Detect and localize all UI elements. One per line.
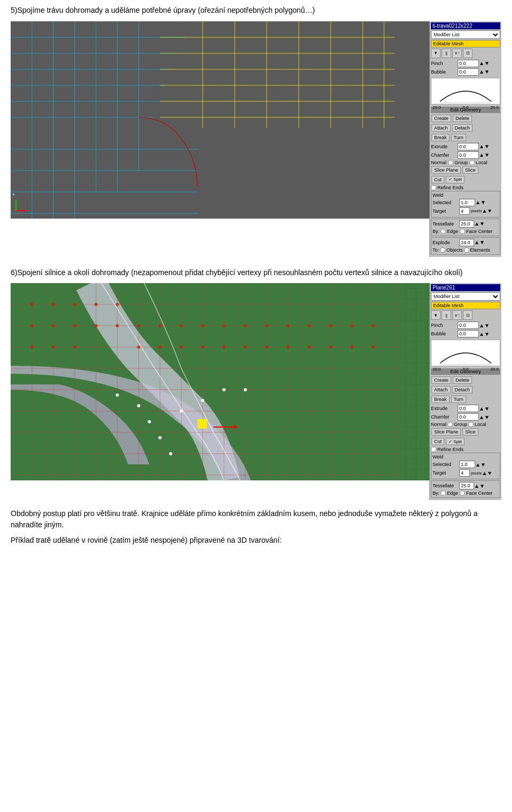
slice-btn-1[interactable]: Slice — [462, 166, 478, 174]
chart-left-2: 20.0 — [433, 367, 441, 372]
icon-btn-1[interactable]: ▼ — [431, 49, 441, 58]
viewport-container-2: Plane261 Modifier List Editable Mesh · ▼… — [11, 283, 501, 500]
icon-btn-2-1[interactable]: ▼ — [431, 310, 441, 320]
create-btn-1[interactable]: Create — [431, 115, 451, 122]
edge-radio-2[interactable] — [441, 491, 446, 496]
selected-row-1: Selected ▲▼ — [433, 199, 499, 206]
svg-point-69 — [30, 324, 34, 327]
extrude-input-2[interactable] — [458, 405, 479, 412]
svg-point-81 — [222, 324, 226, 327]
svg-point-95 — [265, 345, 268, 349]
bubble-input-1[interactable] — [458, 68, 479, 76]
tessellate-section-2: Tessellate ▲▼ By: Edge Face Center — [431, 480, 500, 498]
face-center-radio-2[interactable] — [460, 491, 465, 496]
slice-plane-btn-2[interactable]: Slice Plane — [431, 428, 461, 436]
extrude-input-1[interactable] — [458, 143, 479, 150]
bubble-row-2: Bubble ▲▼ — [431, 330, 500, 337]
icon-btn-2-4[interactable]: ⊡ — [463, 310, 473, 320]
edge-radio-1[interactable] — [441, 229, 446, 234]
svg-point-99 — [350, 345, 354, 349]
target-input-1[interactable] — [459, 207, 470, 215]
tessellate-input-1[interactable] — [459, 220, 474, 228]
chart-right-2: 20.0 — [490, 367, 499, 372]
svg-point-74 — [30, 345, 34, 349]
viewport-grass-road[interactable] — [11, 283, 429, 480]
to-objects-row-1: To: Objects Elements — [433, 247, 499, 253]
break-btn-1[interactable]: Break — [431, 134, 450, 141]
refine-ends-row-1: Refine Ends — [431, 185, 500, 190]
bubble-row-1: Bubble ▲▼ — [431, 68, 500, 76]
chamfer-input-1[interactable] — [458, 151, 479, 159]
svg-point-108 — [222, 388, 226, 391]
turn-btn-1[interactable]: Turn — [451, 134, 466, 141]
svg-point-104 — [158, 436, 162, 439]
svg-point-73 — [116, 324, 119, 327]
delete-btn-1[interactable]: Delete — [453, 115, 472, 122]
cut-btn-2[interactable]: Cut — [431, 438, 444, 445]
extrude-row-1: Extrude ▲▼ — [431, 143, 500, 150]
target-input-2[interactable] — [459, 469, 470, 477]
side-panel-1: ti-trava0212x222 Modifier List Editable … — [429, 21, 501, 257]
chart-right-1: 20.0 — [490, 105, 499, 110]
create-btn-2[interactable]: Create — [431, 376, 451, 384]
svg-point-83 — [265, 324, 268, 327]
selected-input-2[interactable] — [459, 461, 475, 468]
slice-plane-btn-1[interactable]: Slice Plane — [431, 166, 461, 174]
object-name-1: ti-trava0212x222 — [431, 22, 500, 29]
chamfer-input-2[interactable] — [458, 413, 479, 421]
face-center-radio-1[interactable] — [460, 229, 465, 234]
body-text-2: Příklad tratě udělané v rovině (zatím je… — [11, 535, 501, 546]
tessellate-input-2[interactable] — [459, 482, 474, 489]
selected-input-1[interactable] — [459, 199, 475, 206]
svg-point-107 — [201, 399, 204, 402]
icon-btn-2-2[interactable]: || — [442, 310, 451, 320]
slice-btn-2[interactable]: Slice — [462, 428, 478, 436]
svg-point-96 — [286, 345, 290, 349]
bubble-input-2[interactable] — [458, 330, 479, 337]
chamfer-row-2: Chamfer ▲▼ — [431, 413, 500, 421]
modifier-list-dropdown-1[interactable]: Modifier List — [431, 30, 500, 39]
group-radio-2[interactable] — [447, 422, 453, 427]
delete-btn-2[interactable]: Delete — [453, 376, 472, 384]
local-radio-1[interactable] — [469, 160, 475, 165]
viewport-3d-1[interactable]: + — [11, 21, 429, 219]
split-btn-2[interactable]: ✓ Split — [446, 438, 465, 445]
svg-point-76 — [73, 345, 76, 349]
refine-ends-check-1[interactable] — [431, 185, 436, 190]
pinch-input-1[interactable] — [458, 60, 479, 67]
explode-section-1: Explode ▲▼ To: Objects Elements — [431, 237, 500, 255]
svg-point-79 — [180, 324, 183, 327]
svg-point-78 — [158, 324, 162, 327]
svg-rect-0 — [11, 21, 400, 219]
attach-btn-2[interactable]: Attach — [431, 386, 451, 393]
attach-btn-1[interactable]: Attach — [431, 124, 451, 132]
by-edge-row-1: By: Edge Face Center — [433, 229, 499, 234]
local-radio-2[interactable] — [468, 422, 474, 427]
objects-radio-1[interactable] — [440, 247, 445, 253]
explode-input-1[interactable] — [459, 239, 474, 246]
icon-btn-4[interactable]: ⊡ — [463, 49, 473, 58]
break-btn-2[interactable]: Break — [431, 396, 450, 403]
pinch-input-2[interactable] — [458, 321, 479, 329]
section-2-heading: 6)Spojení silnice a okolí dohromady (nez… — [11, 268, 501, 278]
split-btn-1[interactable]: ✓ Split — [446, 176, 465, 183]
selected-row-2: Selected ▲▼ — [433, 461, 499, 468]
detach-btn-1[interactable]: Detach — [452, 124, 473, 132]
svg-point-86 — [329, 324, 332, 327]
cut-btn-1[interactable]: Cut — [431, 176, 444, 183]
icon-btn-2-3[interactable]: ∨↑ — [452, 310, 462, 320]
elements-radio-1[interactable] — [464, 247, 469, 253]
group-radio-1[interactable] — [448, 160, 453, 165]
svg-point-67 — [94, 303, 98, 306]
detach-btn-2[interactable]: Detach — [452, 386, 473, 393]
turn-btn-2[interactable]: Turn — [451, 396, 466, 403]
modifier-list-dropdown-2[interactable]: Modifier List — [431, 292, 500, 301]
body-text-1: Obdobný postup platí pro většinu tratě. … — [11, 508, 501, 530]
tessellate-row-1: Tessellate ▲▼ — [433, 220, 499, 228]
icon-btn-3[interactable]: ∨↑ — [452, 49, 462, 58]
svg-point-88 — [372, 324, 375, 327]
refine-ends-check-2[interactable] — [431, 447, 436, 452]
svg-point-72 — [94, 324, 98, 327]
icon-btn-2[interactable]: || — [442, 49, 451, 58]
refine-ends-row-2: Refine Ends — [431, 447, 500, 452]
